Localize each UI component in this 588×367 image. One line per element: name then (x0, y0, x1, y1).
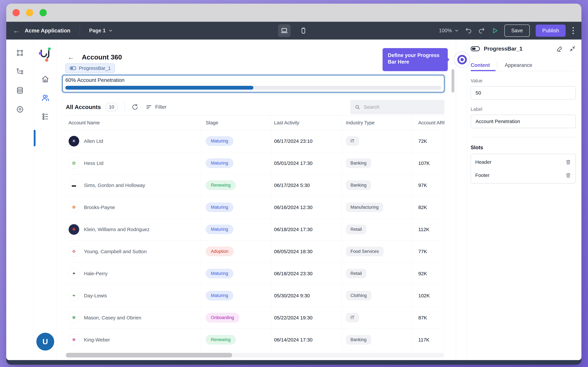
toolbar-divider (80, 26, 80, 35)
delete-slot-button[interactable] (565, 172, 571, 178)
table-row[interactable]: ✣Young, Campbell and Sutton Adoption 06/… (66, 241, 444, 263)
active-nav-indicator (34, 130, 36, 146)
table-header-row: Account Name Stage Last Activity Industr… (66, 115, 444, 130)
zoom-window-button[interactable] (40, 9, 47, 16)
app-page: ← Account 360 ProgressBar_1 60% Account … (57, 40, 456, 360)
industry-badge: Banking (346, 181, 371, 190)
macos-titlebar (6, 4, 581, 22)
slots-list: Header Footer (471, 154, 576, 184)
horizontal-scrollbar-thumb[interactable] (66, 353, 232, 358)
company-logo: ❋ (68, 334, 79, 345)
undo-button[interactable] (465, 27, 472, 34)
table-row[interactable]: ✦Hale-Perry Maturing 06/18/2024 23:30 Re… (66, 263, 444, 285)
company-logo: ✿ (68, 158, 79, 169)
column-header[interactable]: Last Activity (271, 116, 342, 130)
app-nav-rail: U (34, 40, 57, 360)
sidebar-settings-button[interactable] (16, 105, 24, 113)
desktop-view-button[interactable] (278, 24, 291, 37)
vertical-scrollbar-thumb[interactable] (451, 69, 454, 92)
minimize-window-button[interactable] (26, 9, 33, 16)
last-activity: 06/05/2024 18:30 (271, 241, 342, 262)
canvas-area: U ← Account 360 ProgressBar_1 60% Accoun… (34, 40, 467, 360)
users-icon (41, 93, 49, 102)
slot-label: Header (475, 159, 491, 165)
sidebar-logic-button[interactable] (16, 67, 24, 76)
refresh-button[interactable] (131, 104, 139, 110)
account-arr: 77K (412, 241, 444, 262)
accounts-table: Account Name Stage Last Activity Industr… (66, 115, 444, 351)
app-logo (38, 47, 52, 62)
column-header[interactable]: Industry Type (342, 116, 412, 130)
table-row[interactable]: ✳Allen Ltd Maturing 06/17/2024 23:10 IT … (66, 130, 444, 152)
slot-row-footer[interactable]: Footer (471, 169, 575, 182)
tab-content[interactable]: Content (471, 62, 490, 68)
horizontal-scrollbar[interactable] (66, 353, 444, 358)
app-nav-home[interactable] (41, 75, 50, 84)
company-logo: ✣ (68, 246, 79, 257)
table-row[interactable]: ❁Brooks-Payne Maturing 06/16/2024 12:30 … (66, 196, 444, 218)
company-logo: ✦ (68, 268, 79, 279)
filter-button[interactable]: Filter (146, 104, 167, 110)
last-activity: 06/18/2024 17:30 (271, 218, 342, 240)
industry-badge: Food Services (346, 247, 383, 256)
app-nav-tasks[interactable] (41, 112, 50, 121)
sidebar-data-button[interactable] (16, 86, 24, 95)
last-activity: 06/17/2024 23:10 (271, 130, 342, 152)
slot-row-header[interactable]: Header (471, 156, 575, 169)
back-arrow-icon[interactable]: ← (13, 27, 20, 34)
publish-button[interactable]: Publish (536, 25, 566, 37)
account-arr: 112K (412, 218, 444, 240)
page-back-arrow-icon[interactable]: ← (68, 54, 74, 61)
chevron-down-icon (454, 28, 459, 33)
column-header[interactable]: Account Name (66, 116, 200, 130)
delete-slot-button[interactable] (565, 159, 571, 165)
account-name: Sims, Gordon and Holloway (84, 183, 145, 188)
builder-sidebar (6, 40, 34, 360)
laptop-icon (280, 27, 288, 34)
table-row[interactable]: ❧Day-Lewis Maturing 05/30/2024 9:30 Clot… (66, 285, 444, 307)
stage-badge: Renewing (206, 335, 236, 344)
company-logo: ▬ (68, 180, 79, 191)
industry-badge: Banking (346, 335, 371, 344)
label-field[interactable]: Account Penetration (471, 115, 576, 128)
bullseye-icon[interactable] (454, 51, 470, 68)
collapse-panel-button[interactable] (569, 45, 576, 52)
run-app-button[interactable] (491, 27, 498, 34)
app-nav-users[interactable] (41, 93, 50, 102)
close-window-button[interactable] (13, 9, 20, 16)
table-row[interactable]: ❋King-Weber Renewing 06/14/2024 17:30 Ba… (66, 329, 444, 351)
selected-widget-badge[interactable]: ProgressBar_1 (65, 63, 115, 73)
industry-badge: Banking (346, 158, 371, 168)
user-avatar[interactable]: U (36, 333, 54, 350)
inspector-tabs: Content Appearance (471, 60, 576, 71)
page-selector-label: Page 1 (89, 28, 106, 33)
industry-badge: Retail (346, 225, 366, 234)
mobile-view-button[interactable] (297, 24, 310, 37)
redo-button[interactable] (478, 27, 485, 34)
tab-appearance[interactable]: Appearance (505, 62, 532, 68)
page-selector[interactable]: Page 1 (89, 28, 113, 33)
progressbar-track (65, 86, 441, 90)
rename-widget-button[interactable] (556, 45, 563, 52)
value-field[interactable]: 50 (471, 86, 576, 100)
account-name: King-Weber (84, 337, 110, 343)
search-input[interactable] (364, 104, 440, 110)
stage-badge: Maturing (206, 291, 233, 300)
progressbar-widget[interactable]: 60% Account Penetration (62, 75, 444, 92)
table-row[interactable]: ✺Klein, Williams and Rodriguez Maturing … (66, 218, 444, 241)
table-search[interactable] (350, 100, 444, 114)
phone-icon (300, 27, 307, 34)
pencil-icon (556, 45, 563, 52)
account-name: Allen Ltd (84, 138, 103, 144)
kebab-menu-icon[interactable] (572, 27, 575, 34)
table-row[interactable]: ✾Mason, Casey and Obrien Onboarding 05/2… (66, 307, 444, 329)
account-arr: 72K (412, 130, 444, 152)
zoom-selector[interactable]: 100% (439, 28, 459, 33)
save-button[interactable]: Save (504, 25, 530, 37)
table-row[interactable]: ▬Sims, Gordon and Holloway Renewing 06/1… (66, 174, 444, 196)
column-header[interactable]: Account ARR (412, 116, 444, 130)
column-header[interactable]: Stage (200, 116, 271, 130)
stage-badge: Adoption (206, 247, 234, 256)
sidebar-components-button[interactable] (16, 49, 24, 57)
table-row[interactable]: ✿Hess Ltd Maturing 05/01/2024 17:30 Bank… (66, 152, 444, 174)
